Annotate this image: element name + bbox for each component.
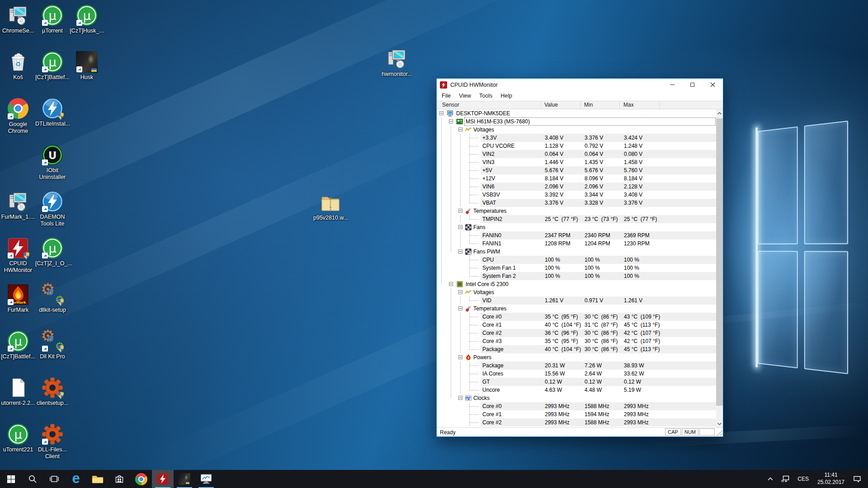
sensor-row[interactable]: VSB3V3.392 V3.344 V3.408 V bbox=[437, 191, 716, 199]
sensor-row[interactable]: Core #22993 MHz1588 MHz2993 MHz bbox=[437, 418, 716, 427]
menu-file[interactable]: File bbox=[438, 93, 455, 99]
sensor-row[interactable]: Fans PWM bbox=[437, 248, 716, 256]
menu-view[interactable]: View bbox=[455, 93, 475, 99]
sensor-row[interactable]: Core #035 °C (95 °F)30 °C (86 °F)43 °C (… bbox=[437, 313, 716, 321]
sensor-row[interactable]: VIN31.446 V1.435 V1.458 V bbox=[437, 158, 716, 166]
desktop-icon[interactable]: ⚙⚙ Dll Kit Pro bbox=[35, 330, 70, 360]
sensor-row[interactable]: IA Cores15.56 W2.64 W33.62 W bbox=[437, 370, 716, 378]
expand-box[interactable] bbox=[458, 290, 462, 294]
desktop-icon[interactable]: p95v2810.w... bbox=[313, 192, 348, 221]
taskbar-husk-button[interactable] bbox=[174, 470, 195, 488]
expand-box[interactable] bbox=[458, 249, 462, 253]
taskbar-edge-button[interactable]: e bbox=[65, 470, 87, 488]
scroll-up-button[interactable] bbox=[716, 109, 723, 117]
sensor-row[interactable]: Clocks bbox=[437, 394, 716, 402]
sensor-row[interactable]: VBAT3.376 V3.328 V3.376 V bbox=[437, 199, 716, 207]
scrollbar-thumb[interactable] bbox=[716, 118, 723, 406]
vertical-scrollbar[interactable] bbox=[716, 109, 723, 427]
sensor-row[interactable]: VID1.261 V0.971 V1.261 V bbox=[437, 296, 716, 305]
tray-network-button[interactable] bbox=[777, 470, 793, 488]
column-sensor[interactable]: Sensor bbox=[437, 101, 541, 109]
desktop-icon[interactable]: µ µTorrent bbox=[35, 5, 70, 34]
sensor-row[interactable]: GT0.12 W0.12 W0.12 W bbox=[437, 378, 716, 386]
taskbar-chrome-button[interactable] bbox=[130, 470, 152, 488]
maximize-button[interactable] bbox=[682, 79, 703, 91]
desktop-icon[interactable]: µ [CzT]Battlef... bbox=[35, 51, 70, 81]
minimize-button[interactable] bbox=[662, 79, 682, 91]
sensor-row[interactable]: Core #335 °C (95 °F)30 °C (86 °F)42 °C (… bbox=[437, 337, 716, 345]
sensor-row[interactable]: FANIN02347 RPM2340 RPM2369 RPM bbox=[437, 231, 716, 239]
sensor-row[interactable]: Core #12993 MHz1594 MHz2993 MHz bbox=[437, 410, 716, 418]
desktop-icon[interactable]: µ uTorrent221 bbox=[1, 423, 35, 453]
desktop-icon[interactable]: µ [CzT]Battlef... bbox=[1, 330, 35, 360]
taskbar-search-button[interactable] bbox=[22, 470, 43, 488]
menu-tools[interactable]: Tools bbox=[475, 93, 496, 99]
sensor-row[interactable]: Uncore4.63 W4.48 W5.19 W bbox=[437, 386, 716, 394]
sensor-row[interactable]: Voltages bbox=[437, 288, 716, 296]
desktop-icon[interactable]: µ [CzT]Husk_... bbox=[70, 5, 104, 34]
sensor-row[interactable]: FANIN11208 RPM1204 RPM1230 RPM bbox=[437, 239, 716, 248]
sensor-row[interactable]: DESKTOP-NMK5DEE bbox=[437, 109, 716, 117]
desktop-icon[interactable]: Google Chrome bbox=[1, 98, 35, 135]
sensor-row[interactable]: VIN62.096 V2.096 V2.128 V bbox=[437, 183, 716, 191]
menu-help[interactable]: Help bbox=[496, 93, 516, 99]
sensor-row[interactable]: Core #02993 MHz1588 MHz2993 MHz bbox=[437, 402, 716, 410]
desktop-icon[interactable]: utorrent-2.2... bbox=[1, 377, 35, 407]
sensor-row[interactable]: Temperatures bbox=[437, 207, 716, 215]
sensor-row[interactable]: Fans bbox=[437, 223, 716, 231]
desktop-icon[interactable]: hwmonitor... bbox=[380, 48, 414, 78]
sensor-row[interactable]: Core #140 °C (104 °F)31 °C (87 °F)45 °C … bbox=[437, 321, 716, 329]
column-max[interactable]: Max bbox=[620, 101, 660, 109]
desktop-icon[interactable]: FurMark_1.... bbox=[1, 191, 35, 221]
desktop-icon[interactable]: Husk bbox=[70, 51, 104, 81]
expand-box[interactable] bbox=[458, 306, 462, 310]
action-center-button[interactable] bbox=[849, 470, 865, 488]
sensor-row[interactable]: Package40 °C (104 °F)30 °C (86 °F)45 °C … bbox=[437, 345, 716, 353]
column-value[interactable]: Value bbox=[541, 101, 580, 109]
desktop-icon[interactable]: FurMark FurMark bbox=[1, 284, 35, 314]
sensor-row[interactable]: MSI H61M-E33 (MS-7680) bbox=[437, 117, 716, 126]
column-min[interactable]: Min bbox=[580, 101, 620, 109]
sensor-row[interactable]: TMPIN225 °C (77 °F)23 °C (73 °F)25 °C (7… bbox=[437, 215, 716, 223]
sensor-row[interactable]: CPU VCORE1.128 V0.792 V1.248 V bbox=[437, 142, 716, 150]
desktop-icon[interactable]: DLL-Files... Client bbox=[35, 423, 70, 460]
sensor-row[interactable]: CPU100 %100 %100 % bbox=[437, 256, 716, 264]
tray-expand-button[interactable] bbox=[764, 470, 777, 488]
tray-language[interactable]: CES bbox=[793, 470, 813, 488]
close-button[interactable] bbox=[703, 79, 723, 91]
sensor-row[interactable]: System Fan 1100 %100 %100 % bbox=[437, 264, 716, 272]
taskbar-sysmon-button[interactable] bbox=[195, 470, 217, 488]
tray-clock[interactable]: 11:41 25.02.2017 bbox=[813, 470, 849, 488]
expand-box[interactable] bbox=[458, 209, 462, 213]
desktop-icon[interactable]: clientsetup... bbox=[35, 377, 70, 407]
sensor-row[interactable]: System Fan 2100 %100 %100 % bbox=[437, 272, 716, 280]
sensor-row[interactable]: Powers bbox=[437, 353, 716, 361]
sensor-row[interactable]: Package20.31 W7.26 W38.93 W bbox=[437, 361, 716, 370]
expand-box[interactable] bbox=[458, 225, 462, 229]
desktop-icon[interactable]: µ [CzT]Z_I_O_... bbox=[35, 237, 70, 267]
start-button[interactable] bbox=[0, 470, 22, 488]
expand-box[interactable] bbox=[449, 282, 453, 286]
sensor-row[interactable]: Intel Core i5 2300 bbox=[437, 280, 716, 288]
desktop-icon[interactable]: ChromeSe... bbox=[1, 5, 35, 34]
sensor-row[interactable]: Voltages bbox=[437, 126, 716, 134]
desktop-icon[interactable]: DTLiteInstal... bbox=[35, 98, 70, 127]
taskbar-explorer-button[interactable] bbox=[87, 470, 108, 488]
taskbar-store-button[interactable] bbox=[108, 470, 130, 488]
resize-grip[interactable] bbox=[716, 430, 722, 436]
sensor-row[interactable]: VIN20.064 V0.064 V0.080 V bbox=[437, 150, 716, 158]
expand-box[interactable] bbox=[458, 355, 462, 359]
expand-box[interactable] bbox=[449, 119, 453, 123]
title-bar[interactable]: CPUID HWMonitor bbox=[437, 79, 723, 91]
desktop-icon[interactable]: DAEMON Tools Lite bbox=[35, 191, 70, 227]
expand-box[interactable] bbox=[458, 127, 462, 131]
task-view-button[interactable] bbox=[43, 470, 65, 488]
expand-box[interactable] bbox=[439, 111, 443, 115]
expand-box[interactable] bbox=[458, 396, 462, 400]
desktop-icon[interactable]: ⚙⚙ dllkit-setup bbox=[35, 284, 70, 314]
desktop-icon[interactable]: ♻ Koš bbox=[1, 51, 35, 81]
sensor-row[interactable]: Temperatures bbox=[437, 305, 716, 313]
taskbar-hwmonitor-button[interactable] bbox=[152, 470, 174, 488]
desktop-icon[interactable]: CPUID HWMonitor bbox=[1, 237, 35, 274]
sensor-row[interactable]: +5V5.676 V5.676 V5.760 V bbox=[437, 166, 716, 174]
